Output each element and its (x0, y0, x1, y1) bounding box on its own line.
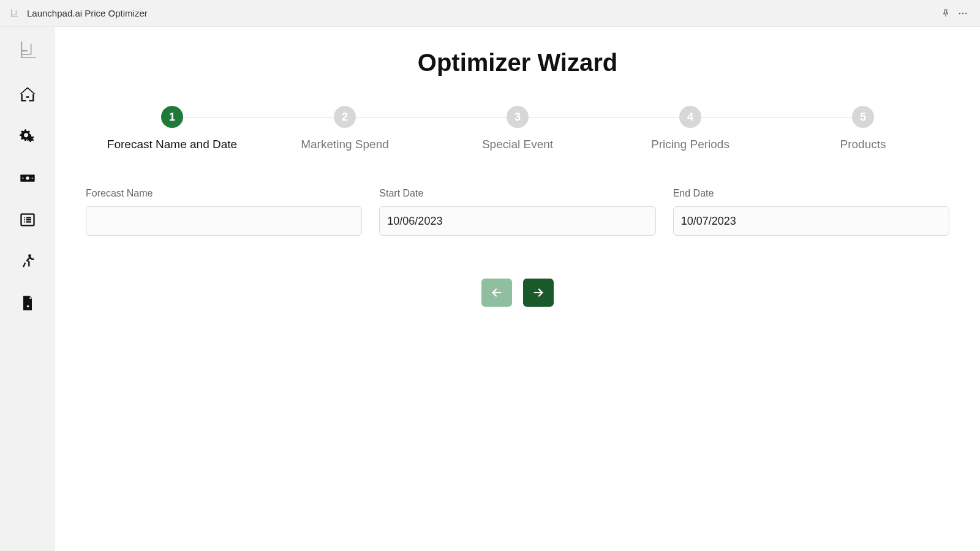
forecast-name-group: Forecast Name (86, 188, 362, 236)
wizard-nav (80, 279, 956, 307)
svg-point-1 (962, 12, 963, 13)
svg-point-6 (32, 178, 33, 179)
more-button[interactable] (954, 5, 971, 22)
arrow-right-icon (532, 286, 545, 299)
start-date-group: Start Date (379, 188, 655, 236)
step-2-label: Marketing Spend (301, 138, 389, 151)
pin-button[interactable] (937, 5, 954, 22)
step-2-number: 2 (334, 106, 356, 128)
step-3[interactable]: 3 Special Event (431, 106, 604, 151)
svg-point-4 (26, 176, 29, 180)
money-icon[interactable] (18, 169, 37, 187)
arrow-left-icon (490, 286, 503, 299)
step-5-number: 5 (852, 106, 874, 128)
step-3-number: 3 (507, 106, 529, 128)
list-icon[interactable] (18, 211, 37, 229)
step-2[interactable]: 2 Marketing Spend (258, 106, 431, 151)
form-row: Forecast Name Start Date End Date (86, 188, 949, 236)
page-title: Optimizer Wizard (80, 49, 956, 77)
step-3-label: Special Event (482, 138, 553, 151)
prev-button[interactable] (481, 279, 512, 307)
svg-point-2 (965, 12, 967, 13)
logo-icon (16, 39, 39, 62)
home-icon[interactable] (18, 86, 37, 104)
forecast-name-input[interactable] (86, 206, 362, 236)
step-4-number: 4 (679, 106, 701, 128)
step-4-label: Pricing Periods (651, 138, 729, 151)
running-icon[interactable] (18, 252, 37, 271)
next-button[interactable] (523, 279, 554, 307)
step-5-label: Products (840, 138, 886, 151)
end-date-label: End Date (673, 188, 949, 199)
step-1-label: Forecast Name and Date (107, 138, 237, 151)
svg-point-5 (22, 178, 23, 179)
main-content: Optimizer Wizard 1 Forecast Name and Dat… (55, 27, 980, 551)
end-date-group: End Date (673, 188, 949, 236)
step-1[interactable]: 1 Forecast Name and Date (86, 106, 258, 151)
forecast-name-label: Forecast Name (86, 188, 362, 199)
gears-icon[interactable] (18, 127, 37, 146)
start-date-label: Start Date (379, 188, 655, 199)
app-icon (9, 7, 21, 20)
step-1-number: 1 (161, 106, 183, 128)
titlebar: Launchpad.ai Price Optimizer (0, 0, 980, 27)
step-5[interactable]: 5 Products (777, 106, 949, 151)
step-4[interactable]: 4 Pricing Periods (604, 106, 777, 151)
end-date-input[interactable] (673, 206, 949, 236)
stepper: 1 Forecast Name and Date 2 Marketing Spe… (86, 106, 949, 151)
titlebar-title: Launchpad.ai Price Optimizer (27, 8, 148, 18)
invoice-icon[interactable] (18, 294, 37, 312)
sidebar (0, 27, 55, 551)
svg-point-0 (959, 12, 960, 13)
start-date-input[interactable] (379, 206, 655, 236)
